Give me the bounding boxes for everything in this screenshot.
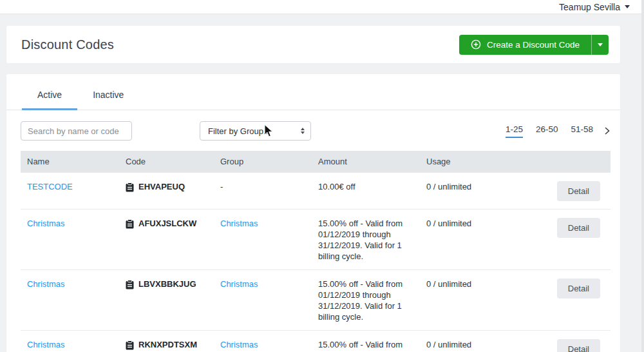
- usage-value: 0 / unlimited: [426, 340, 471, 349]
- clipboard-icon[interactable]: [126, 340, 134, 350]
- amount-value: 10.00€ off: [318, 182, 355, 191]
- table-header-row: Name Code Group Amount Usage: [21, 151, 611, 173]
- detail-button[interactable]: Detail: [557, 218, 600, 238]
- table-controls: Filter by Group... 1-25 26-50 51-58: [6, 110, 620, 151]
- amount-value: 15.00% off - Valid from 01/12/2019 throu…: [318, 279, 402, 322]
- column-header-group: Group: [214, 151, 312, 173]
- page-link-1-25[interactable]: 1-25: [506, 124, 523, 138]
- scrollbar[interactable]: [641, 0, 644, 352]
- column-header-actions: [516, 151, 611, 173]
- detail-button[interactable]: Detail: [557, 181, 600, 201]
- table-row: TESTCODE EHVAPEUQ -: [21, 173, 611, 210]
- tab-inactive[interactable]: Inactive: [77, 74, 139, 110]
- chevron-right-icon: [603, 126, 611, 135]
- discount-name-link[interactable]: TESTCODE: [27, 182, 73, 191]
- code-cell: EHVAPEUQ: [126, 181, 207, 192]
- table-row: Christmas RKNXPDTSXM Christmas: [21, 331, 611, 352]
- code-cell: AFUXJSLCKW: [126, 218, 207, 229]
- account-menu[interactable]: Teamup Sevilla: [559, 2, 630, 12]
- chevron-down-icon: [625, 5, 630, 8]
- group-link[interactable]: Christmas: [220, 340, 258, 349]
- table-row: Christmas LBVXBBKJUG Christmas: [21, 270, 611, 331]
- discount-codes-table-wrap: Name Code Group Amount Usage TESTCODE: [6, 151, 620, 352]
- group-link[interactable]: Christmas: [220, 279, 258, 289]
- search-input[interactable]: [21, 121, 132, 141]
- clipboard-icon[interactable]: [126, 280, 134, 289]
- amount-value: 15.00% off - Valid from 01/12/2019 throu…: [318, 219, 402, 261]
- usage-value: 0 / unlimited: [426, 219, 471, 228]
- header-card: Discount Codes Create a Discount Code: [6, 26, 620, 63]
- page-link-51-58[interactable]: 51-58: [571, 124, 593, 138]
- group-link[interactable]: Christmas: [220, 219, 258, 228]
- create-discount-dropdown-button[interactable]: [591, 35, 609, 55]
- discount-codes-panel: Active Inactive Filter by Group... 1-25 …: [6, 74, 620, 352]
- detail-button[interactable]: Detail: [557, 279, 600, 298]
- chevron-down-icon: [598, 43, 603, 46]
- tabs: Active Inactive: [6, 74, 620, 110]
- select-arrows-icon: [301, 128, 305, 134]
- detail-button[interactable]: Detail: [557, 339, 600, 352]
- column-header-amount: Amount: [312, 151, 420, 173]
- clipboard-icon[interactable]: [126, 182, 134, 192]
- column-header-name: Name: [21, 151, 119, 173]
- code-value: AFUXJSLCKW: [138, 218, 196, 229]
- plus-circle-icon: [471, 39, 481, 50]
- discount-codes-table: Name Code Group Amount Usage TESTCODE: [21, 151, 611, 352]
- create-discount-label: Create a Discount Code: [487, 40, 580, 50]
- discount-name-link[interactable]: Christmas: [27, 340, 65, 349]
- code-value: LBVXBBKJUG: [138, 279, 196, 289]
- page-title: Discount Codes: [21, 37, 114, 52]
- account-name: Teamup Sevilla: [559, 2, 620, 12]
- group-filter-select[interactable]: Filter by Group...: [200, 121, 311, 141]
- amount-value: 15.00% off - Valid from 01/12/2019 throu…: [318, 340, 402, 352]
- clipboard-icon[interactable]: [126, 219, 134, 229]
- discount-name-link[interactable]: Christmas: [27, 219, 65, 228]
- create-discount-split-button: Create a Discount Code: [459, 35, 609, 55]
- code-value: RKNXPDTSXM: [138, 339, 197, 350]
- group-value: -: [220, 182, 223, 191]
- code-cell: LBVXBBKJUG: [126, 279, 207, 289]
- tab-active[interactable]: Active: [22, 74, 77, 110]
- usage-value: 0 / unlimited: [426, 279, 471, 289]
- code-cell: RKNXPDTSXM: [126, 339, 207, 350]
- column-header-code: Code: [119, 151, 214, 173]
- usage-value: 0 / unlimited: [426, 182, 471, 191]
- discount-name-link[interactable]: Christmas: [27, 279, 65, 289]
- table-row: Christmas AFUXJSLCKW Christmas: [21, 210, 611, 270]
- next-page-button[interactable]: [603, 126, 611, 135]
- code-value: EHVAPEUQ: [138, 181, 185, 192]
- page-link-26-50[interactable]: 26-50: [536, 124, 558, 138]
- create-discount-button[interactable]: Create a Discount Code: [459, 35, 591, 55]
- topbar: Teamup Sevilla: [0, 0, 644, 14]
- column-header-usage: Usage: [420, 151, 516, 173]
- pagination: 1-25 26-50 51-58: [506, 124, 611, 138]
- group-filter-value: Filter by Group...: [208, 126, 270, 136]
